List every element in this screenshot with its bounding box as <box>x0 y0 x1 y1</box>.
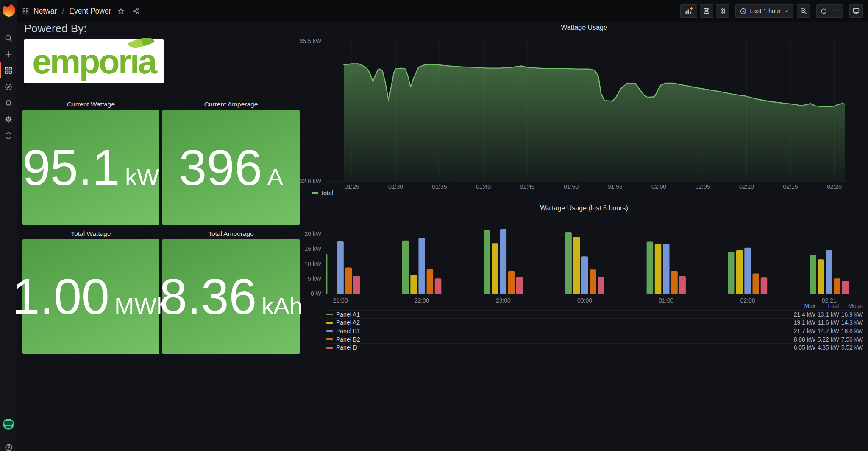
star-icon[interactable] <box>117 8 125 15</box>
area-chart-plot <box>326 38 852 182</box>
legend-last-value: 11.6 kW <box>815 319 839 326</box>
area-x-tick: 01:45 <box>510 183 544 190</box>
area-x-tick: 02:20 <box>818 183 851 190</box>
refresh-button[interactable] <box>817 5 831 17</box>
legend-max-value: 8.88 kW <box>792 336 815 343</box>
area-x-tick: 01:35 <box>423 183 456 190</box>
series-label: Panel B1 <box>336 328 360 334</box>
series-label: Panel D <box>336 344 357 351</box>
area-x-tick: 02:05 <box>686 183 720 190</box>
bar-y-tick: 0 W <box>292 290 321 297</box>
chevron-down-icon <box>784 8 789 14</box>
kiosk-mode-button[interactable] <box>849 4 863 18</box>
series-swatch <box>326 347 333 349</box>
series-label: Panel A1 <box>336 311 360 318</box>
legend-header-row: Max Last Mean <box>326 302 863 311</box>
refresh-interval-caret[interactable] <box>831 5 843 17</box>
bar-y-tick: 10 kW <box>292 261 321 267</box>
stat-unit: kW <box>125 163 159 190</box>
stat-unit: A <box>267 163 283 190</box>
area-x-tick: 01:40 <box>467 183 501 190</box>
legend-max-value: 19.1 kW <box>792 319 815 326</box>
add-panel-button[interactable] <box>680 4 697 18</box>
legend-mean-value: 5.52 kW <box>839 344 863 351</box>
legend-mean-value: 7.56 kW <box>839 336 863 343</box>
share-icon[interactable] <box>132 8 139 15</box>
clock-icon <box>740 8 747 15</box>
bar-legend-table: Max Last Mean Panel A1 21.4 kW 13.1 kW 1… <box>326 302 863 352</box>
refresh-button-group <box>816 4 843 18</box>
breadcrumb-separator: / <box>62 7 64 16</box>
sidebar-item-server-admin[interactable] <box>0 127 17 144</box>
time-range-label: Last 1 hour <box>750 8 781 14</box>
legend-mean-value: 14.3 kW <box>839 319 863 326</box>
dashboards-grid-icon <box>22 8 29 15</box>
legend-header-last[interactable]: Last <box>815 303 839 309</box>
area-x-tick: 02:10 <box>730 183 764 190</box>
stat-title-current-wattage[interactable]: Current Wattage <box>22 101 159 109</box>
zoom-out-button[interactable] <box>797 4 810 18</box>
toolbar: Last 1 hour <box>680 4 863 18</box>
area-x-tick: 01:55 <box>598 183 632 190</box>
sidebar-item-search[interactable] <box>0 30 17 47</box>
profile-avatar[interactable] <box>3 419 14 430</box>
total-series-label: total <box>322 190 333 196</box>
legend-header-max[interactable]: Max <box>792 303 815 309</box>
legend-mean-value: 16.8 kW <box>839 328 863 334</box>
area-y-max-label: 65.5 kW <box>292 38 321 45</box>
stat-value: 396 <box>179 110 262 225</box>
series-label: Panel B2 <box>336 336 360 343</box>
bar-chart-plot <box>326 224 868 297</box>
sidebar-item-add[interactable] <box>0 46 17 63</box>
area-x-tick: 02:00 <box>642 183 676 190</box>
series-swatch <box>326 338 333 340</box>
series-label: Panel A2 <box>336 319 360 326</box>
legend-max-value: 21.7 kW <box>792 328 815 334</box>
stat-value: 95.1 <box>22 110 120 225</box>
legend-row-panel-a2[interactable]: Panel A2 19.1 kW 11.6 kW 14.3 kW <box>326 319 863 327</box>
sidebar-item-configuration[interactable] <box>0 111 17 128</box>
legend-row-panel-b2[interactable]: Panel B2 8.88 kW 5.22 kW 7.56 kW <box>326 335 863 344</box>
sidebar-item-dashboards[interactable] <box>0 62 17 79</box>
area-x-axis: 01:2501:3001:3501:4001:4501:5001:5502:00… <box>326 183 852 191</box>
breadcrumb-page[interactable]: Event Power <box>69 7 111 16</box>
series-swatch <box>326 330 333 332</box>
grafana-logo[interactable] <box>3 4 15 17</box>
legend-last-value: 4.35 kW <box>815 344 839 351</box>
stat-panel-current-wattage: 95.1kW <box>22 110 159 225</box>
legend-row-panel-b1[interactable]: Panel B1 21.7 kW 14.7 kW 16.8 kW <box>326 327 863 336</box>
dashboard-settings-button[interactable] <box>716 4 729 18</box>
area-y-min-label: 32.8 kW <box>292 178 321 185</box>
emporia-logo-text: emporıa <box>24 40 164 83</box>
stat-panel-current-amperage: 396A <box>162 110 300 225</box>
series-swatch <box>326 322 333 324</box>
total-series-swatch <box>312 192 318 194</box>
sidebar-item-help[interactable] <box>0 439 17 451</box>
sidebar-item-explore[interactable] <box>0 78 17 95</box>
stat-title-total-amperage[interactable]: Total Amperage <box>162 230 300 238</box>
area-chart-title[interactable]: Wattage Usage <box>317 24 851 31</box>
legend-last-value: 14.7 kW <box>815 328 839 334</box>
series-swatch <box>326 314 333 316</box>
legend-max-value: 6.05 kW <box>792 344 815 351</box>
legend-row-panel-a1[interactable]: Panel A1 21.4 kW 13.1 kW 16.9 kW <box>326 311 863 319</box>
save-dashboard-button[interactable] <box>700 4 713 18</box>
area-legend-item-total[interactable]: total <box>312 190 333 196</box>
area-x-tick: 02:15 <box>773 183 807 190</box>
sidebar-item-alerting[interactable] <box>0 95 17 112</box>
stat-panel-total-wattage: 1.00MWh <box>22 239 159 354</box>
legend-last-value: 13.1 kW <box>815 311 839 318</box>
breadcrumb-section[interactable]: Netwar <box>33 7 57 16</box>
bar-y-tick: 15 kW <box>292 245 321 252</box>
legend-last-value: 5.22 kW <box>815 336 839 343</box>
legend-row-panel-d[interactable]: Panel D 6.05 kW 4.35 kW 5.52 kW <box>326 344 863 352</box>
area-x-tick: 01:50 <box>554 183 588 190</box>
legend-header-mean[interactable]: Mean <box>839 303 863 309</box>
stat-title-total-wattage[interactable]: Total Wattage <box>22 230 159 238</box>
time-range-picker[interactable]: Last 1 hour <box>735 4 793 18</box>
breadcrumb: Netwar / Event Power <box>22 0 139 22</box>
bar-chart-title[interactable]: Wattage Usage (last 6 hours) <box>317 204 851 212</box>
stat-title-current-amperage[interactable]: Current Amperage <box>162 101 300 109</box>
emporia-logo: emporıa <box>24 39 164 83</box>
legend-mean-value: 16.9 kW <box>839 311 863 318</box>
